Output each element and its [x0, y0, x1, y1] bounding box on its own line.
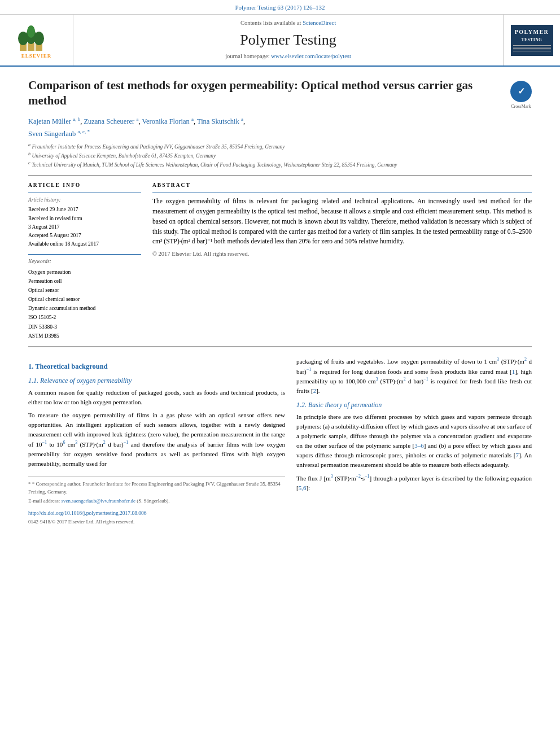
online-date: Available online 18 August 2017 — [28, 240, 141, 248]
publisher-logo: ELSEVIER — [0, 15, 73, 65]
svg-point-5 — [34, 32, 44, 45]
journal-reference: Polymer Testing 63 (2017) 126–132 — [0, 0, 560, 15]
email-footnote: E-mail address: sven.saengerlaub@ivv.fra… — [28, 497, 285, 505]
article-title: Comparison of test methods for oxygen pe… — [28, 78, 510, 109]
footnote-section: * * Corresponding author. Fraunhofer Ins… — [28, 477, 285, 525]
left-column: 1. Theoretical background 1.1. Relevance… — [28, 356, 285, 526]
subsection2-para2: The flux J [m3 (STP)·m−2·s−1] through a … — [296, 473, 532, 493]
revised-label: Received in revised form — [28, 215, 141, 223]
journal-center: Contents lists available at ScienceDirec… — [73, 15, 504, 65]
crossmark-badge: ✓ CrossMark — [510, 81, 532, 110]
article-info-label: ARTICLE INFO — [28, 182, 141, 189]
keywords-label: Keywords: — [28, 258, 141, 265]
right-para-cont: packaging of fruits and vegetables. Low … — [296, 356, 532, 396]
journal-title: Polymer Testing — [240, 30, 336, 50]
issn-line: 0142-9418/© 2017 Elsevier Ltd. All right… — [28, 518, 285, 526]
subsection1-para2: To measure the oxygen permeability of fi… — [28, 410, 285, 469]
journal-homepage: journal homepage: www.elsevier.com/locat… — [225, 53, 351, 61]
affil-c: Technical University of Munich, TUM Scho… — [32, 163, 397, 168]
abstract-text: The oxygen permeability of films is rele… — [152, 196, 532, 247]
abstract-col: ABSTRACT The oxygen permeability of film… — [152, 182, 532, 340]
article-info-col: ARTICLE INFO Article history: Received 2… — [28, 182, 141, 340]
journal-header: ELSEVIER Contents lists available at Sci… — [0, 15, 560, 67]
author-sven: Sven Sängerlaub — [28, 130, 76, 138]
journal-badge: POLYMER TESTING — [504, 15, 560, 65]
keyword-7: DIN 53380-3 — [28, 322, 141, 331]
email-link[interactable]: sven.saengerlaub@ivv.fraunhofer.de — [61, 498, 135, 504]
copyright-line: © 2017 Elsevier Ltd. All rights reserved… — [152, 250, 532, 259]
received-date: Received 29 June 2017 — [28, 206, 141, 214]
article-history: Article history: Received 29 June 2017 R… — [28, 193, 141, 248]
keyword-3: Optical sensor — [28, 286, 141, 295]
subsection2-heading: 1.2. Basic theory of permeation — [296, 400, 532, 410]
affil-b: University of Applied Science Kempten, B… — [32, 153, 216, 159]
subsection1-para1: A common reason for quality reduction of… — [28, 388, 285, 407]
authors: Kajetan Müller a, b, Zuzana Scheuerer a,… — [28, 115, 532, 139]
corresponding-footnote: * * Corresponding author. Fraunhofer Ins… — [28, 480, 285, 496]
author-veronika: Veronika Florian — [142, 118, 189, 126]
revised-date: 3 August 2017 — [28, 223, 141, 231]
science-direct-link[interactable]: ScienceDirect — [303, 20, 336, 26]
svg-rect-1 — [28, 43, 34, 51]
info-abstract-section: ARTICLE INFO Article history: Received 2… — [28, 182, 532, 340]
author-kajetan: Kajetan Müller — [28, 118, 71, 126]
author-zuzana: Zuzana Scheuerer — [84, 118, 134, 126]
badge-line2: TESTING — [513, 37, 551, 43]
doi-link[interactable]: http://dx.doi.org/10.1016/j.polymertesti… — [28, 510, 285, 517]
abstract-content: The oxygen permeability of films is rele… — [152, 193, 532, 259]
crossmark-icon: ✓ — [510, 81, 532, 102]
history-label: Article history: — [28, 196, 141, 204]
keywords-block: Keywords: Oxygen permeation Permeation c… — [28, 254, 141, 340]
affiliations: a Fraunhofer Institute for Process Engin… — [28, 142, 532, 169]
right-column: packaging of fruits and vegetables. Low … — [296, 356, 532, 526]
main-divider — [28, 346, 532, 347]
keyword-8: ASTM D3985 — [28, 331, 141, 340]
keyword-5: Dynamic accumulation method — [28, 304, 141, 313]
article-body: Comparison of test methods for oxygen pe… — [0, 67, 560, 536]
keyword-4: Optical chemical sensor — [28, 295, 141, 304]
keyword-6: ISO 15105-2 — [28, 313, 141, 322]
affil-a: Fraunhofer Institute for Process Enginee… — [32, 144, 285, 150]
title-section: Comparison of test methods for oxygen pe… — [28, 78, 532, 110]
crossmark-label: CrossMark — [511, 103, 531, 110]
elsevier-label: ELSEVIER — [21, 53, 52, 60]
keyword-2: Permeation cell — [28, 277, 141, 286]
header-divider — [28, 175, 532, 176]
science-direct-info: Contents lists available at ScienceDirec… — [240, 19, 336, 28]
accepted-date: Accepted 5 August 2017 — [28, 231, 141, 240]
subsection1-heading: 1.1. Relevance of oxygen permeability — [28, 376, 285, 386]
abstract-label: ABSTRACT — [152, 182, 532, 189]
journal-homepage-link[interactable]: www.elsevier.com/locate/polytest — [271, 53, 351, 59]
author-tina: Tina Skutschik — [197, 118, 239, 126]
section1-heading: 1. Theoretical background — [28, 362, 285, 372]
main-content: 1. Theoretical background 1.1. Relevance… — [28, 356, 532, 526]
keyword-1: Oxygen permeation — [28, 268, 141, 277]
svg-point-6 — [27, 25, 35, 38]
badge-line1: POLYMER — [513, 28, 551, 36]
subsection2-para1: In principle there are two different pro… — [296, 412, 532, 470]
